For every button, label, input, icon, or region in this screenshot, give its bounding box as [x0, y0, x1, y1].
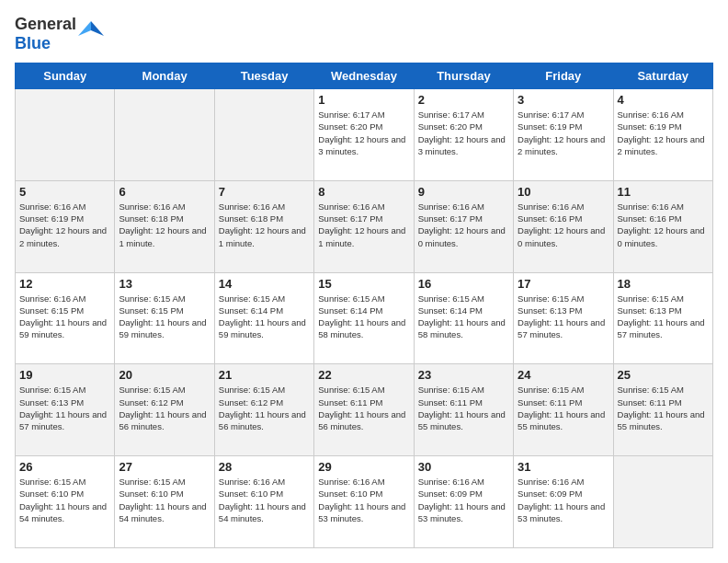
day-number: 15 [318, 277, 409, 291]
day-info: Sunrise: 6:15 AM Sunset: 6:11 PM Dayligh… [418, 384, 509, 432]
day-cell: 20Sunrise: 6:15 AM Sunset: 6:12 PM Dayli… [115, 364, 214, 456]
day-info: Sunrise: 6:16 AM Sunset: 6:19 PM Dayligh… [19, 201, 110, 249]
day-cell: 14Sunrise: 6:15 AM Sunset: 6:14 PM Dayli… [214, 272, 313, 364]
day-number: 7 [219, 185, 310, 199]
day-number: 16 [418, 277, 509, 291]
day-cell: 19Sunrise: 6:15 AM Sunset: 6:13 PM Dayli… [16, 364, 115, 456]
logo-icon [78, 17, 104, 43]
day-info: Sunrise: 6:16 AM Sunset: 6:16 PM Dayligh… [618, 201, 709, 249]
day-number: 22 [318, 368, 409, 382]
day-cell: 23Sunrise: 6:15 AM Sunset: 6:11 PM Dayli… [414, 364, 513, 456]
day-info: Sunrise: 6:15 AM Sunset: 6:13 PM Dayligh… [19, 384, 110, 432]
day-cell [613, 456, 712, 548]
weekday-header-monday: Monday [115, 63, 214, 89]
day-number: 29 [318, 460, 409, 474]
day-info: Sunrise: 6:15 AM Sunset: 6:11 PM Dayligh… [318, 384, 409, 432]
day-cell: 9Sunrise: 6:16 AM Sunset: 6:17 PM Daylig… [414, 180, 513, 272]
svg-marker-1 [78, 21, 91, 36]
day-cell: 16Sunrise: 6:15 AM Sunset: 6:14 PM Dayli… [414, 272, 513, 364]
day-cell: 24Sunrise: 6:15 AM Sunset: 6:11 PM Dayli… [514, 364, 613, 456]
logo-general: General [15, 15, 76, 33]
day-info: Sunrise: 6:15 AM Sunset: 6:10 PM Dayligh… [19, 476, 110, 524]
day-info: Sunrise: 6:15 AM Sunset: 6:11 PM Dayligh… [518, 384, 609, 432]
day-cell: 31Sunrise: 6:16 AM Sunset: 6:09 PM Dayli… [514, 456, 613, 548]
day-info: Sunrise: 6:15 AM Sunset: 6:14 PM Dayligh… [418, 293, 509, 341]
day-info: Sunrise: 6:15 AM Sunset: 6:10 PM Dayligh… [119, 476, 210, 524]
day-info: Sunrise: 6:16 AM Sunset: 6:17 PM Dayligh… [318, 201, 409, 249]
day-number: 1 [318, 93, 409, 107]
day-number: 12 [19, 277, 110, 291]
weekday-header-sunday: Sunday [16, 63, 115, 89]
day-number: 31 [518, 460, 609, 474]
weekday-row: SundayMondayTuesdayWednesdayThursdayFrid… [16, 63, 713, 89]
day-info: Sunrise: 6:15 AM Sunset: 6:12 PM Dayligh… [119, 384, 210, 432]
logo-text: General Blue [15, 15, 76, 53]
day-cell [115, 89, 214, 181]
weekday-header-friday: Friday [514, 63, 613, 89]
day-cell: 1Sunrise: 6:17 AM Sunset: 6:20 PM Daylig… [314, 89, 414, 181]
day-info: Sunrise: 6:17 AM Sunset: 6:20 PM Dayligh… [418, 109, 509, 157]
week-row-4: 26Sunrise: 6:15 AM Sunset: 6:10 PM Dayli… [16, 456, 713, 548]
day-info: Sunrise: 6:16 AM Sunset: 6:15 PM Dayligh… [19, 293, 110, 341]
day-cell: 11Sunrise: 6:16 AM Sunset: 6:16 PM Dayli… [613, 180, 712, 272]
day-number: 9 [418, 185, 509, 199]
day-number: 5 [19, 185, 110, 199]
day-cell: 12Sunrise: 6:16 AM Sunset: 6:15 PM Dayli… [16, 272, 115, 364]
week-row-3: 19Sunrise: 6:15 AM Sunset: 6:13 PM Dayli… [16, 364, 713, 456]
header: General Blue [15, 15, 713, 53]
day-number: 17 [518, 277, 609, 291]
svg-marker-0 [91, 21, 104, 36]
day-number: 3 [518, 93, 609, 107]
day-info: Sunrise: 6:16 AM Sunset: 6:19 PM Dayligh… [618, 109, 709, 157]
weekday-header-wednesday: Wednesday [314, 63, 414, 89]
day-number: 28 [219, 460, 310, 474]
week-row-0: 1Sunrise: 6:17 AM Sunset: 6:20 PM Daylig… [16, 89, 713, 181]
day-info: Sunrise: 6:15 AM Sunset: 6:15 PM Dayligh… [119, 293, 210, 341]
day-info: Sunrise: 6:15 AM Sunset: 6:13 PM Dayligh… [518, 293, 609, 341]
weekday-header-saturday: Saturday [613, 63, 712, 89]
day-info: Sunrise: 6:16 AM Sunset: 6:18 PM Dayligh… [119, 201, 210, 249]
day-number: 13 [119, 277, 210, 291]
day-number: 26 [19, 460, 110, 474]
day-cell: 10Sunrise: 6:16 AM Sunset: 6:16 PM Dayli… [514, 180, 613, 272]
day-cell [214, 89, 313, 181]
day-info: Sunrise: 6:16 AM Sunset: 6:10 PM Dayligh… [318, 476, 409, 524]
day-number: 11 [618, 185, 709, 199]
day-number: 8 [318, 185, 409, 199]
week-row-2: 12Sunrise: 6:16 AM Sunset: 6:15 PM Dayli… [16, 272, 713, 364]
day-cell: 21Sunrise: 6:15 AM Sunset: 6:12 PM Dayli… [214, 364, 313, 456]
weekday-header-tuesday: Tuesday [214, 63, 313, 89]
day-cell: 22Sunrise: 6:15 AM Sunset: 6:11 PM Dayli… [314, 364, 414, 456]
day-cell: 17Sunrise: 6:15 AM Sunset: 6:13 PM Dayli… [514, 272, 613, 364]
day-number: 25 [618, 368, 709, 382]
day-info: Sunrise: 6:16 AM Sunset: 6:09 PM Dayligh… [418, 476, 509, 524]
day-number: 2 [418, 93, 509, 107]
logo-blue: Blue [15, 34, 51, 52]
day-number: 6 [119, 185, 210, 199]
day-cell [16, 89, 115, 181]
day-cell: 7Sunrise: 6:16 AM Sunset: 6:18 PM Daylig… [214, 180, 313, 272]
day-number: 20 [119, 368, 210, 382]
day-number: 10 [518, 185, 609, 199]
day-cell: 25Sunrise: 6:15 AM Sunset: 6:11 PM Dayli… [613, 364, 712, 456]
day-cell: 5Sunrise: 6:16 AM Sunset: 6:19 PM Daylig… [16, 180, 115, 272]
day-number: 19 [19, 368, 110, 382]
day-info: Sunrise: 6:16 AM Sunset: 6:18 PM Dayligh… [219, 201, 310, 249]
weekday-header-thursday: Thursday [414, 63, 513, 89]
week-row-1: 5Sunrise: 6:16 AM Sunset: 6:19 PM Daylig… [16, 180, 713, 272]
logo: General Blue [15, 15, 104, 53]
day-number: 4 [618, 93, 709, 107]
day-number: 23 [418, 368, 509, 382]
day-number: 30 [418, 460, 509, 474]
day-info: Sunrise: 6:15 AM Sunset: 6:11 PM Dayligh… [618, 384, 709, 432]
day-number: 27 [119, 460, 210, 474]
day-info: Sunrise: 6:15 AM Sunset: 6:14 PM Dayligh… [318, 293, 409, 341]
day-cell: 28Sunrise: 6:16 AM Sunset: 6:10 PM Dayli… [214, 456, 313, 548]
day-info: Sunrise: 6:17 AM Sunset: 6:20 PM Dayligh… [318, 109, 409, 157]
calendar-table: SundayMondayTuesdayWednesdayThursdayFrid… [15, 63, 713, 548]
day-number: 14 [219, 277, 310, 291]
day-cell: 30Sunrise: 6:16 AM Sunset: 6:09 PM Dayli… [414, 456, 513, 548]
day-cell: 26Sunrise: 6:15 AM Sunset: 6:10 PM Dayli… [16, 456, 115, 548]
day-cell: 18Sunrise: 6:15 AM Sunset: 6:13 PM Dayli… [613, 272, 712, 364]
day-cell: 6Sunrise: 6:16 AM Sunset: 6:18 PM Daylig… [115, 180, 214, 272]
